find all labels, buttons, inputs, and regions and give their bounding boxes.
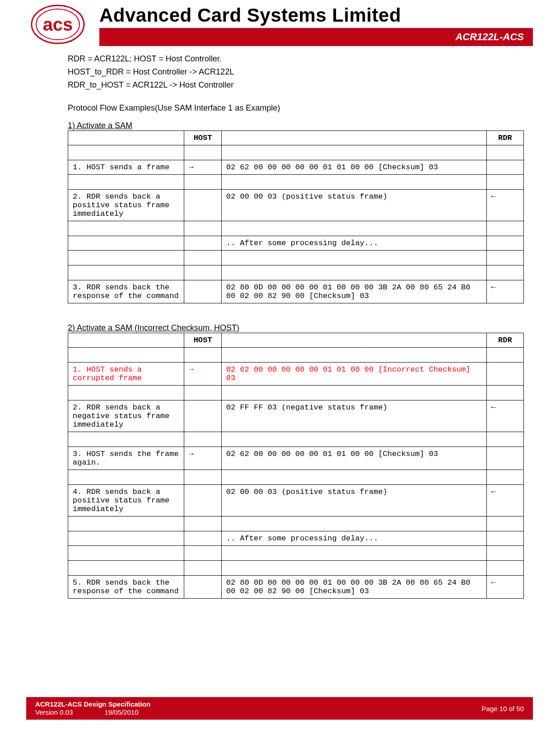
ex2-step4-data: 02 00 00 03 (positive status frame) — [221, 485, 486, 516]
product-band: ACR122L-ACS — [99, 28, 533, 46]
company-name: Advanced Card Systems Limited — [99, 5, 401, 26]
footer-version: Version 0.03 — [35, 708, 73, 716]
ex2-step4-desc: 4. RDR sends back a positive status fram… — [68, 485, 184, 516]
arrow-right-icon: → — [184, 447, 221, 470]
ex2-step1-desc: 1. HOST sends a corrupted frame — [68, 363, 184, 386]
ex1-step2b-data: .. After some processing delay... — [221, 236, 486, 251]
content: RDR = ACR122L; HOST = Host Controller. H… — [68, 54, 524, 599]
ex1-step2-desc: 2. RDR sends back a positive status fram… — [68, 190, 184, 221]
ex1-step2-data: 02 00 00 03 (positive status frame) — [221, 190, 486, 221]
col-data — [221, 131, 486, 145]
col-rdr: RDR — [486, 333, 523, 348]
def-line-3: RDR_to_HOST = ACR122L -> Host Controller — [68, 80, 524, 90]
ex2-step1-data: 02 62 00 00 00 00 00 01 01 00 00 [Incorr… — [221, 363, 486, 386]
def-line-1: RDR = ACR122L; HOST = Host Controller. — [68, 54, 524, 64]
ex2-step3-data: 02 62 00 00 00 00 00 01 01 00 00 [Checks… — [221, 447, 486, 470]
example1-table: HOST RDR 1. HOST sends a frame → 02 62 0… — [68, 130, 524, 303]
footer-page: Page 10 of 50 — [482, 705, 524, 712]
ex2-step5-desc: 5. RDR sends back the response of the co… — [68, 576, 184, 599]
ex2-step3-desc: 3. HOST sends the frame again. — [68, 447, 184, 470]
ex1-step3-desc: 3. RDR sends back the response of the co… — [68, 280, 184, 303]
arrow-right-icon: → — [184, 160, 221, 175]
ex1-step1-rdr — [486, 160, 523, 175]
ex2-step5-data: 02 80 0D 00 00 00 00 01 00 00 00 3B 2A 0… — [221, 576, 486, 599]
col-rdr: RDR — [486, 131, 523, 145]
product-code: ACR122L-ACS — [455, 31, 524, 43]
footer-spec: ACR122L-ACS Design Specification — [35, 700, 150, 708]
col-host: HOST — [184, 131, 221, 145]
col-data — [221, 333, 486, 348]
ex1-step1-desc: 1. HOST sends a frame — [68, 160, 184, 175]
ex1-step1-data: 02 62 00 00 00 00 00 01 01 00 00 [Checks… — [221, 160, 486, 175]
definitions: RDR = ACR122L; HOST = Host Controller. H… — [68, 54, 524, 90]
col-host: HOST — [184, 333, 221, 348]
footer: ACR122L-ACS Design Specification Version… — [26, 697, 533, 720]
svg-text:acs: acs — [43, 14, 73, 34]
arrow-left-icon: ← — [486, 400, 523, 432]
col-blank — [68, 333, 184, 348]
ex2-step4b-data: .. After some processing delay... — [221, 531, 486, 546]
arrow-left-icon: ← — [486, 190, 523, 221]
example2-table: HOST RDR 1. HOST sends a corrupted frame… — [68, 333, 524, 599]
example1-title: 1) Activate a SAM — [68, 121, 524, 130]
def-line-2: HOST_to_RDR = Host Controller -> ACR122L — [68, 67, 524, 77]
ex2-step2-data: 02 FF FF 03 (negative status frame) — [221, 400, 486, 432]
col-blank — [68, 131, 184, 145]
ex1-step3-data: 02 80 0D 00 00 00 00 01 00 00 00 3B 2A 0… — [221, 280, 486, 303]
section-heading: Protocol Flow Examples(Use SAM Interface… — [68, 103, 524, 113]
footer-date: 19/05/2010 — [104, 708, 138, 716]
example2-title: 2) Activate a SAM (Incorrect Checksum, H… — [68, 323, 524, 333]
arrow-right-icon: → — [184, 363, 221, 386]
arrow-left-icon: ← — [486, 280, 523, 303]
logo: acs — [26, 3, 89, 48]
ex2-step2-desc: 2. RDR sends back a negative status fram… — [68, 400, 184, 432]
header: acs Advanced Card Systems Limited ACR122… — [0, 0, 560, 50]
arrow-left-icon: ← — [486, 576, 523, 599]
page: acs Advanced Card Systems Limited ACR122… — [0, 0, 560, 735]
arrow-left-icon: ← — [486, 485, 523, 516]
